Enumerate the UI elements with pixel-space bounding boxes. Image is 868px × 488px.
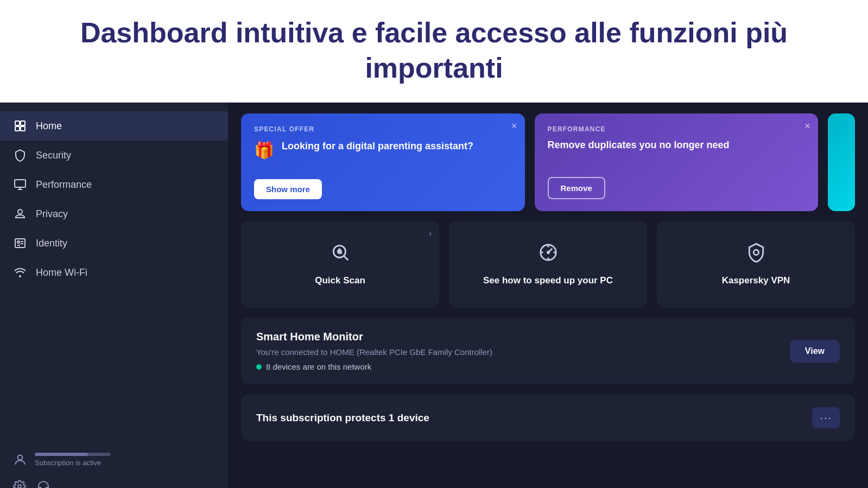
sidebar-nav: Home Security — [0, 107, 228, 447]
subscription-bar — [35, 453, 111, 456]
sidebar-item-performance[interactable]: Performance — [0, 170, 228, 199]
feature-cards-row: › Quick Scan — [241, 221, 855, 308]
remove-button[interactable]: Remove — [548, 177, 605, 199]
banner-title: Dashboard intuitiva e facile accesso all… — [22, 15, 846, 86]
sidebar-item-home[interactable]: Home — [0, 111, 228, 141]
vpn-label: Kaspersky VPN — [722, 275, 790, 287]
svg-point-15 — [18, 485, 21, 488]
svg-rect-0 — [15, 121, 20, 125]
support-button[interactable] — [37, 480, 50, 488]
special-offer-close-button[interactable]: × — [511, 121, 517, 131]
settings-button[interactable] — [13, 480, 26, 488]
smart-home-title: Smart Home Monitor — [256, 331, 492, 343]
main-layout: Home Security — [0, 103, 868, 488]
sidebar-item-home-wifi[interactable]: Home Wi-Fi — [0, 258, 228, 287]
speed-pc-label: See how to speed up your PC — [483, 275, 613, 287]
smart-home-view-button[interactable]: View — [790, 340, 840, 363]
devices-text: 8 devices are on this network — [266, 362, 371, 371]
smart-home-devices: 8 devices are on this network — [256, 362, 492, 371]
quick-scan-arrow-icon: › — [429, 229, 432, 238]
special-offer-label: SPECIAL OFFER — [254, 125, 512, 133]
performance-card-label: PERFORMANCE — [548, 125, 806, 133]
content-area: × SPECIAL OFFER 🎁 Looking for a digital … — [228, 103, 868, 488]
special-offer-card: × SPECIAL OFFER 🎁 Looking for a digital … — [241, 113, 525, 211]
svg-rect-4 — [15, 180, 26, 187]
smart-home-subtitle: You're connected to HOME (Realtek PCIe G… — [256, 347, 492, 357]
special-offer-content: 🎁 Looking for a digital parenting assist… — [254, 140, 512, 160]
sidebar-footer — [0, 472, 228, 488]
sidebar-wifi-label: Home Wi-Fi — [36, 267, 87, 278]
performance-card-text: Remove duplicates you no longer need — [548, 140, 806, 151]
subscription-status-item: Subscription is active — [0, 447, 228, 472]
performance-close-button[interactable]: × — [804, 121, 810, 131]
svg-rect-8 — [15, 239, 25, 248]
wifi-icon — [13, 265, 27, 280]
subscription-bar-fill — [35, 453, 88, 456]
banner-cards-row: × SPECIAL OFFER 🎁 Looking for a digital … — [241, 113, 855, 211]
svg-rect-1 — [21, 121, 25, 125]
svg-rect-2 — [15, 126, 20, 131]
sidebar-performance-label: Performance — [36, 179, 92, 191]
gift-icon: 🎁 — [254, 141, 274, 160]
sidebar-security-label: Security — [36, 150, 71, 161]
sidebar-item-privacy[interactable]: Privacy — [0, 199, 228, 229]
protection-card: This subscription protects 1 device ··· — [241, 394, 855, 441]
account-icon — [13, 453, 27, 467]
sidebar-item-security[interactable]: Security — [0, 141, 228, 170]
sidebar-item-identity[interactable]: Identity — [0, 229, 228, 258]
quick-scan-label: Quick Scan — [315, 275, 365, 287]
special-offer-text: Looking for a digital parenting assistan… — [282, 140, 499, 153]
sidebar-identity-label: Identity — [36, 238, 67, 249]
vpn-icon — [746, 242, 766, 267]
speed-pc-card[interactable]: See how to speed up your PC — [449, 221, 647, 308]
show-more-button[interactable]: Show more — [254, 179, 322, 199]
svg-point-9 — [17, 241, 20, 243]
sidebar-home-label: Home — [36, 121, 62, 132]
home-icon — [13, 119, 27, 133]
performance-icon — [13, 178, 27, 192]
performance-banner-card: × PERFORMANCE Remove duplicates you no l… — [535, 113, 819, 211]
svg-line-17 — [344, 256, 348, 260]
teal-accent-card — [828, 113, 855, 211]
subscription-status-text: Subscription is active — [35, 459, 111, 467]
subscription-info: Subscription is active — [35, 453, 111, 467]
smart-home-info: Smart Home Monitor You're connected to H… — [256, 331, 492, 371]
svg-point-7 — [18, 210, 22, 214]
privacy-icon — [13, 207, 27, 221]
svg-rect-3 — [21, 126, 25, 131]
quick-scan-icon — [330, 242, 351, 267]
smart-home-card: Smart Home Monitor You're connected to H… — [241, 318, 855, 384]
more-options-button[interactable]: ··· — [812, 407, 840, 428]
svg-point-25 — [753, 250, 759, 255]
quick-scan-card[interactable]: › Quick Scan — [241, 221, 439, 308]
protection-title: This subscription protects 1 device — [256, 412, 429, 424]
kaspersky-vpn-card[interactable]: Kaspersky VPN — [657, 221, 855, 308]
online-dot — [256, 364, 262, 370]
security-icon — [13, 148, 27, 162]
svg-point-14 — [18, 455, 23, 460]
top-banner: Dashboard intuitiva e facile accesso all… — [0, 0, 868, 103]
speed-pc-icon — [538, 242, 559, 267]
sidebar-privacy-label: Privacy — [36, 208, 68, 220]
svg-point-13 — [20, 276, 21, 277]
identity-icon — [13, 236, 27, 250]
sidebar: Home Security — [0, 103, 228, 488]
